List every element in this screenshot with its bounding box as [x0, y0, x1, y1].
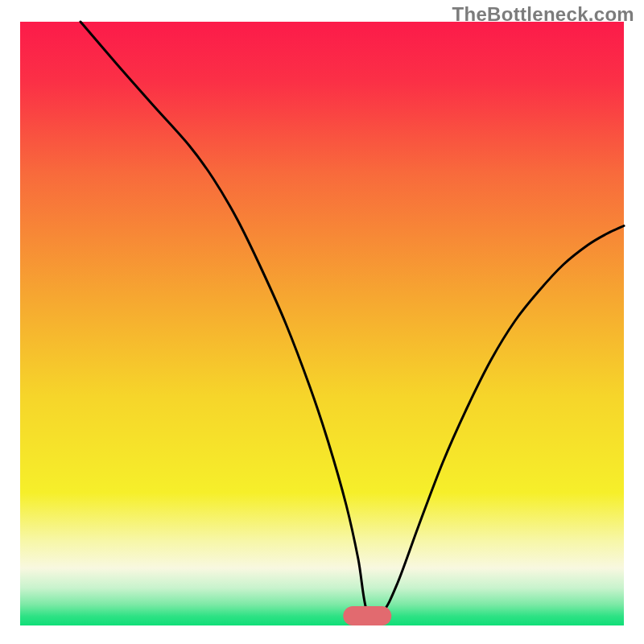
watermark-text: TheBottleneck.com: [452, 3, 634, 26]
bottleneck-chart: [0, 0, 644, 644]
chart-frame: TheBottleneck.com: [0, 0, 644, 644]
optimum-marker: [343, 606, 391, 625]
plot-background: [20, 22, 624, 625]
